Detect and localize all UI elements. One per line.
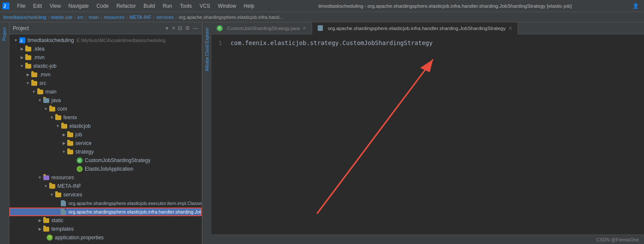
editor-content[interactable]: 1 com.feenix.elasticjob.strategy.CustomJ…: [212, 34, 644, 235]
tab-close-custom[interactable]: ✕: [302, 25, 307, 31]
breadcrumb-part-1[interactable]: elastic-job: [51, 15, 72, 20]
breadcrumb-part-2[interactable]: src: [78, 15, 84, 20]
menu-view[interactable]: View: [46, 2, 64, 10]
folder-icon-idea: [25, 45, 32, 52]
tree-item-elastic-job[interactable]: ▼ elastic-job: [9, 62, 202, 70]
tree-item-file2[interactable]: org.apache.shardingsphere.elasticjob.inf…: [9, 208, 202, 216]
tree-label-templates: templates: [51, 226, 74, 232]
tree-item-idea[interactable]: ▶ .idea: [9, 45, 202, 53]
tree-label-file2: org.apache.shardingsphere.elasticjob.inf…: [69, 209, 202, 214]
arrow-elastic-mvn: ▶: [25, 72, 31, 77]
tree-item-resources[interactable]: ▼ resources: [9, 173, 202, 182]
tree-item-root[interactable]: ▼ J timedtaskscheduling E:\MyNuts\MCA\co…: [9, 36, 202, 45]
tree-item-elastic-mvn[interactable]: ▶ .mvn: [9, 70, 202, 79]
arrow-meta-inf: ▼: [43, 184, 49, 188]
folder-icon-resources: [43, 174, 50, 181]
tree-item-services[interactable]: ▼ services: [9, 190, 202, 199]
menu-tools[interactable]: Tools: [176, 2, 195, 10]
tab-label-custom: CustomJobShardingStrategy.java: [227, 26, 300, 31]
tree-item-meta-inf[interactable]: ▼ META-INF: [9, 182, 202, 190]
left-vertical-tabs: Project: [0, 22, 9, 244]
java-icon-custom-strategy: C: [76, 157, 83, 164]
sidebar-dropdown-icon[interactable]: ▼: [165, 26, 170, 31]
sidebar-icon-collapse[interactable]: ⊟: [178, 25, 182, 31]
breadcrumb-part-5[interactable]: META-INF: [129, 15, 151, 20]
tree-item-app-props[interactable]: 🌱 application.properties: [9, 233, 202, 242]
breadcrumb-part-3[interactable]: main: [89, 15, 99, 20]
sidebar-icon-settings[interactable]: ⚙: [185, 25, 190, 31]
breadcrumb-part-7[interactable]: org.apache.shardingsphere.elasticjob.inf…: [179, 15, 283, 20]
breadcrumb-part-4[interactable]: resources: [104, 15, 124, 20]
menu-run[interactable]: Run: [159, 2, 176, 10]
folder-icon-feenix: [55, 114, 62, 121]
tree-item-mvn[interactable]: ▶ .mvn: [9, 53, 202, 62]
editor-tab-sharding[interactable]: org.apache.shardingsphere.elasticjob.inf…: [312, 22, 518, 34]
sidebar-icon-minimize[interactable]: —: [193, 25, 198, 31]
tree-label-file1: org.apache.shardingsphere.elasticjob.exe…: [69, 201, 202, 206]
menu-help[interactable]: Help: [240, 2, 258, 10]
arrow-elasticjob: ▼: [55, 124, 61, 128]
tree-label-src: src: [39, 80, 46, 86]
tab-close-sharding[interactable]: ✕: [508, 25, 513, 31]
menu-vcs[interactable]: VCS: [196, 2, 214, 10]
menu-code[interactable]: Code: [93, 2, 112, 10]
tree-label-app-props: application.properties: [55, 235, 104, 241]
tree-label-meta-inf: META-INF: [57, 183, 81, 189]
tree-label-elasticjob: elasticjob: [69, 123, 91, 129]
folder-icon-services: [55, 191, 62, 198]
sidebar: Project ▼ ≡ ⊟ ⚙ — ▼ J timedtaskschedulin…: [9, 22, 202, 244]
arrow-service: ▶: [61, 141, 67, 145]
tree-label-static: static: [51, 217, 63, 223]
code-line-1: 1 com.feenix.elasticjob.strategy.CustomJ…: [218, 39, 637, 46]
folder-icon-main: [37, 88, 44, 95]
tree-label-root-path: E:\MyNuts\MCA\code\timedtaskscheduling: [77, 38, 166, 43]
breadcrumb-part-0[interactable]: timedtaskscheduling: [3, 15, 46, 20]
spring-icon-app-props: 🌱: [46, 234, 53, 241]
tab-project[interactable]: Project: [0, 22, 9, 46]
tree-item-elastic-app[interactable]: 🌿 ElasticJobApplication: [9, 165, 202, 173]
tree-item-job[interactable]: ▶ job: [9, 130, 202, 139]
menu-refactor[interactable]: Refactor: [113, 2, 139, 10]
file-icon-file2: [60, 208, 67, 215]
tree-item-templates[interactable]: ▶ templates: [9, 225, 202, 233]
menu-file[interactable]: File: [14, 2, 29, 10]
menu-window[interactable]: Window: [215, 2, 240, 10]
svg-line-10: [317, 59, 433, 214]
tab-icon-sharding: [317, 25, 323, 31]
svg-text:J: J: [20, 39, 22, 43]
arrow-idea: ▶: [19, 47, 25, 51]
tree-item-file1[interactable]: org.apache.shardingsphere.elasticjob.exe…: [9, 199, 202, 208]
tree-item-custom-strategy[interactable]: C CustomJobShardingStrategy: [9, 156, 202, 165]
folder-icon-static: [43, 217, 50, 224]
arrow-main: ▼: [31, 90, 37, 94]
menu-bar: J File Edit View Navigate Code Refactor …: [0, 0, 644, 12]
menu-build[interactable]: Build: [140, 2, 158, 10]
sidebar-icon-list[interactable]: ≡: [172, 25, 175, 31]
tree-item-feenix[interactable]: ▼ feenix: [9, 113, 202, 122]
editor-area: C CustomJobShardingStrategy.java ✕ org.a…: [212, 22, 644, 244]
tree-label-root: timedtaskscheduling: [27, 37, 74, 43]
tree-label-java: java: [51, 97, 61, 103]
tree-item-com[interactable]: ▼ com: [9, 105, 202, 113]
tree-item-static[interactable]: ▶ static: [9, 216, 202, 225]
tree-item-service[interactable]: ▶ service: [9, 139, 202, 148]
alibaba-cloud-explorer-tab[interactable]: Alibaba Cloud Explorer: [202, 22, 212, 244]
folder-icon-strategy: [67, 148, 74, 155]
folder-icon-java: [43, 97, 50, 104]
tree-item-java[interactable]: ▼ java: [9, 96, 202, 105]
file-icon-file1: [60, 200, 67, 207]
menu-edit[interactable]: Edit: [30, 2, 45, 10]
tree-item-strategy[interactable]: ▼ strategy: [9, 148, 202, 156]
tab-icon-custom: C: [217, 25, 223, 31]
editor-tab-custom[interactable]: C CustomJobShardingStrategy.java ✕: [212, 22, 312, 34]
folder-icon-meta-inf: [49, 183, 56, 190]
breadcrumb-part-6[interactable]: services: [156, 15, 173, 20]
tree-item-main[interactable]: ▼ main: [9, 87, 202, 96]
folder-icon-com: [49, 105, 56, 112]
tree-item-elasticjob[interactable]: ▼ elasticjob: [9, 122, 202, 130]
tree-item-src[interactable]: ▼ src: [9, 79, 202, 87]
sidebar-toolbar: ≡ ⊟ ⚙ —: [172, 25, 198, 31]
sidebar-header: Project ▼ ≡ ⊟ ⚙ —: [9, 22, 202, 34]
menu-navigate[interactable]: Navigate: [65, 2, 92, 10]
alibaba-cloud-label[interactable]: Alibaba Cloud Explorer: [203, 22, 211, 76]
